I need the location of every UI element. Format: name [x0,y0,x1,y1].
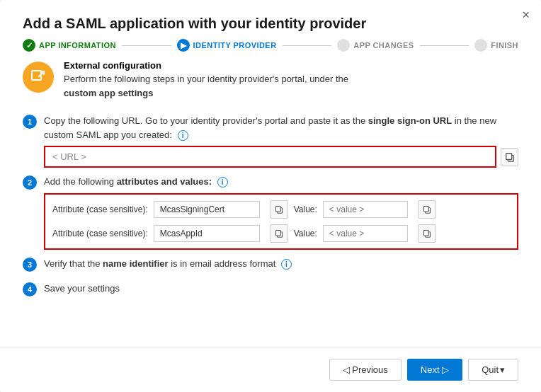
step-finish: FINISH [474,39,518,52]
value-copy-button-1[interactable] [418,200,436,219]
step-3-description: Verify that the name identifier is in em… [44,257,518,271]
copy-icon-1 [275,205,283,214]
attr-label-2: Attribute (case sensitive): [52,229,148,238]
value-label-1: Value: [294,204,317,214]
step-4-content: Save your settings [44,282,518,300]
step-2-row: 2 Add the following attributes and value… [23,175,518,250]
step4-circle [474,39,487,52]
dialog: × Add a SAML application with your ident… [0,0,541,392]
external-config-header: External configuration Perform the follo… [23,60,518,101]
step-2-description: Add the following attributes and values:… [44,175,518,189]
external-config-text: External configuration Perform the follo… [64,60,348,101]
step1-label: APP INFORMATION [39,41,116,50]
step-1-content: Copy the following URL. Go to your ident… [44,114,518,168]
attribute-row-2: Attribute (case sensitive): Value: [52,224,510,243]
ext-config-description: Perform the following steps in your iden… [64,72,348,100]
copy-icon-val-2 [423,229,431,238]
dialog-body: External configuration Perform the follo… [0,60,541,340]
svg-rect-6 [423,206,428,212]
step-3-number: 3 [23,258,37,272]
step2-label: IDENTITY PROVIDER [193,41,277,50]
external-config-icon [23,62,54,93]
step2-info-icon[interactable]: i [217,177,228,188]
external-link-icon [30,69,47,86]
url-copy-button[interactable] [501,148,518,166]
svg-rect-10 [423,230,428,236]
step-4-number: 4 [23,282,37,296]
step3-info-icon[interactable]: i [281,259,292,270]
value-copy-button-2[interactable] [418,224,436,243]
attributes-table: Attribute (case sensitive): Value: [44,193,518,250]
step3-label: APP CHANGES [353,41,414,50]
attr-copy-button-1[interactable] [270,200,288,219]
step-3-content: Verify that the name identifier is in em… [44,257,518,275]
next-button[interactable]: Next ▷ [407,359,462,381]
copy-icon [505,152,515,162]
previous-button[interactable]: ◁ Previous [329,359,402,381]
step-4-description: Save your settings [44,282,518,296]
url-input[interactable] [44,146,496,168]
step-line-1 [122,45,171,46]
step-line-2 [283,45,332,46]
step-2-number: 2 [23,175,37,190]
step-1-row: 1 Copy the following URL. Go to your ide… [23,114,518,168]
step2-circle: ▶ [177,39,190,52]
attr-value-input-1[interactable] [154,201,260,218]
copy-icon-2 [275,229,283,238]
step1-info-icon[interactable]: i [178,130,188,141]
value-label-2: Value: [294,229,317,238]
stepper: ✓ APP INFORMATION ▶ IDENTITY PROVIDER AP… [0,39,541,60]
step-3-row: 3 Verify that the name identifier is in … [23,257,518,275]
quit-chevron-icon: ▾ [500,364,505,375]
step-1-number: 1 [23,115,37,129]
step3-circle [337,39,350,52]
step-2-content: Add the following attributes and values:… [44,175,518,250]
step-identity-provider: ▶ IDENTITY PROVIDER [177,39,277,52]
dialog-footer: ◁ Previous Next ▷ Quit ▾ [0,347,541,392]
step-app-information: ✓ APP INFORMATION [23,39,116,52]
attr-label-1: Attribute (case sensitive): [52,204,148,214]
svg-rect-8 [275,230,280,236]
quit-label: Quit [482,364,499,375]
step-1-description: Copy the following URL. Go to your ident… [44,114,518,142]
step-4-row: 4 Save your settings [23,282,518,300]
close-button[interactable]: × [522,8,530,21]
value-input-1[interactable] [323,201,408,218]
step4-label: FINISH [491,41,518,50]
dialog-title: Add a SAML application with your identit… [0,0,541,39]
ext-config-heading: External configuration [64,60,348,71]
svg-rect-2 [506,153,511,159]
step1-circle: ✓ [23,39,35,52]
url-box-container [44,146,518,168]
copy-icon-val-1 [423,205,431,214]
step-line-3 [420,45,469,46]
attr-copy-button-2[interactable] [270,224,288,243]
step-app-changes: APP CHANGES [337,39,414,52]
svg-rect-4 [275,206,280,212]
attr-value-input-2[interactable] [154,225,260,242]
attribute-row-1: Attribute (case sensitive): Value: [52,200,510,219]
value-input-2[interactable] [323,225,408,242]
quit-button[interactable]: Quit ▾ [468,359,518,381]
